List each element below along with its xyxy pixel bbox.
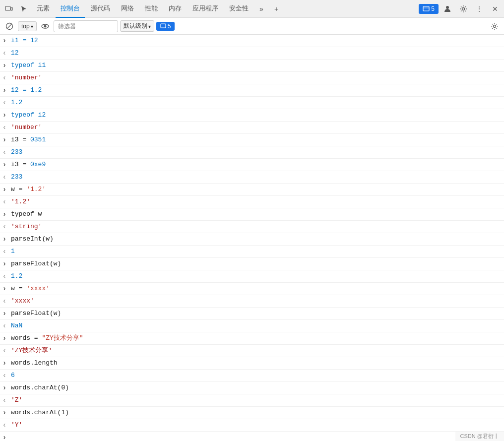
more-options-icon[interactable]: ⋮ — [472, 2, 486, 16]
line-content[interactable]: i2 = 1.2 — [9, 85, 504, 96]
console-line: ›parseFloat(w) — [0, 308, 504, 320]
settings-icon[interactable] — [456, 2, 470, 16]
tab-application[interactable]: 应用程序 — [188, 0, 223, 18]
line-content[interactable]: 1.2 — [9, 97, 504, 108]
cursor-icon[interactable] — [17, 2, 31, 16]
context-selector[interactable]: top — [18, 21, 37, 31]
input-arrow-icon: › — [0, 134, 9, 145]
svg-point-3 — [446, 6, 449, 9]
console-line: ›w = '1.2' — [0, 184, 504, 196]
console-settings-icon[interactable] — [488, 20, 501, 33]
line-content[interactable]: w = '1.2' — [9, 184, 504, 195]
context-chevron-icon — [31, 23, 33, 30]
tab-sources[interactable]: 源代码 — [86, 0, 115, 18]
console-line: ›words.length — [0, 357, 504, 370]
output-arrow-icon: ‹ — [0, 72, 9, 83]
console-line: ›words.charAt(1) — [0, 407, 504, 419]
line-content[interactable]: typeof i1 — [9, 60, 504, 71]
console-line: ›i3 = 0351 — [0, 134, 504, 146]
toolbar: top 默认级别 5 — [0, 18, 504, 35]
line-content[interactable]: typeof i2 — [9, 110, 504, 121]
line-content[interactable]: 1.2 — [9, 271, 504, 282]
device-icon[interactable] — [2, 2, 16, 16]
tab-security[interactable]: 安全性 — [224, 0, 253, 18]
input-arrow-icon: › — [0, 432, 9, 441]
output-arrow-icon: ‹ — [0, 172, 9, 183]
console-line: ‹'Y' — [0, 419, 504, 432]
line-content[interactable]: w = 'xxxx' — [9, 283, 504, 294]
line-content[interactable]: i3 = 0xe9 — [9, 159, 504, 170]
console-line: ›typeof w — [0, 208, 504, 221]
line-content[interactable]: 233 — [9, 172, 504, 183]
output-arrow-icon: ‹ — [0, 122, 9, 133]
input-arrow-icon: › — [0, 35, 9, 46]
more-tabs-icon[interactable]: » — [254, 2, 268, 16]
line-content[interactable]: 'xxxx' — [9, 296, 504, 307]
tab-memory[interactable]: 内存 — [164, 0, 187, 18]
input-arrow-icon: › — [0, 209, 9, 220]
console-line: ›words = "ZY技术分享" — [0, 332, 504, 345]
input-arrow-icon: › — [0, 159, 9, 170]
eye-icon[interactable] — [39, 20, 52, 33]
console-output: ›i1 = 12‹12›typeof i1‹'number'›i2 = 1.2‹… — [0, 35, 504, 441]
console-line: ‹'Z' — [0, 394, 504, 407]
person-icon[interactable] — [441, 2, 454, 16]
input-arrow-icon: › — [0, 308, 9, 319]
line-content[interactable]: 'number' — [9, 72, 504, 83]
input-arrow-icon: › — [0, 85, 9, 96]
input-arrow-icon: › — [0, 382, 9, 393]
line-content[interactable]: 12 — [9, 48, 504, 59]
console-line: ‹1 — [0, 246, 504, 258]
console-line: ‹12 — [0, 47, 504, 60]
line-content[interactable]: 233 — [9, 147, 504, 158]
console-line: ‹1.2 — [0, 270, 504, 283]
messages-badge-toolbar[interactable]: 5 — [156, 22, 175, 31]
level-chevron-icon — [148, 23, 151, 30]
output-arrow-icon: ‹ — [0, 420, 9, 431]
console-line: ›w = 'xxxx' — [0, 283, 504, 295]
menu-bar: 元素 控制台 源代码 网络 性能 内存 应用程序 安全性 » + 5 — [0, 0, 504, 18]
line-content[interactable]: words.charAt(1) — [9, 407, 504, 418]
line-content[interactable]: words = "ZY技术分享" — [9, 333, 504, 344]
line-content[interactable]: i3 = 0351 — [9, 134, 504, 145]
output-arrow-icon: ‹ — [0, 395, 9, 406]
tab-performance[interactable]: 性能 — [140, 0, 163, 18]
console-line: ‹'xxxx' — [0, 295, 504, 308]
tab-elements[interactable]: 元素 — [32, 0, 55, 18]
add-tab-icon[interactable]: + — [269, 2, 283, 16]
line-content[interactable]: 'string' — [9, 221, 504, 232]
input-arrow-icon: › — [0, 258, 9, 269]
line-content[interactable]: 1 — [9, 246, 504, 257]
line-content[interactable]: parseFloat(w) — [9, 308, 504, 319]
clear-console-button[interactable] — [3, 20, 16, 33]
tab-console[interactable]: 控制台 — [56, 0, 85, 18]
line-content[interactable]: 'Y' — [9, 420, 504, 431]
line-content[interactable]: NaN — [9, 320, 504, 331]
line-content[interactable]: 'Z' — [9, 395, 504, 406]
line-content[interactable]: parseInt(w) — [9, 234, 504, 245]
output-arrow-icon: ‹ — [0, 221, 9, 232]
output-arrow-icon: ‹ — [0, 320, 9, 331]
messages-badge[interactable]: 5 — [419, 4, 439, 14]
line-content[interactable]: words.length — [9, 358, 504, 369]
line-content[interactable]: 6 — [9, 370, 504, 381]
tab-network[interactable]: 网络 — [116, 0, 139, 18]
input-arrow-icon: › — [0, 333, 9, 344]
output-arrow-icon: ‹ — [0, 196, 9, 207]
input-arrow-icon: › — [0, 358, 9, 369]
level-selector[interactable]: 默认级别 — [120, 20, 154, 32]
line-content[interactable]: words.charAt(0) — [9, 382, 504, 393]
line-content[interactable]: '1.2' — [9, 196, 504, 207]
filter-input[interactable] — [54, 20, 118, 32]
console-line: ‹'1.2' — [0, 196, 504, 208]
svg-line-6 — [7, 24, 12, 29]
line-content[interactable]: 'number' — [9, 122, 504, 133]
line-content[interactable]: 'ZY技术分享' — [9, 345, 504, 356]
console-line: ‹6 — [0, 370, 504, 382]
close-icon[interactable]: ✕ — [488, 2, 502, 16]
line-content[interactable]: parseFloat(w) — [9, 258, 504, 269]
line-content[interactable]: i1 = 12 — [9, 35, 504, 46]
console-line: ›typeof i2 — [0, 109, 504, 122]
output-arrow-icon: ‹ — [0, 370, 9, 381]
line-content[interactable]: typeof w — [9, 209, 504, 220]
